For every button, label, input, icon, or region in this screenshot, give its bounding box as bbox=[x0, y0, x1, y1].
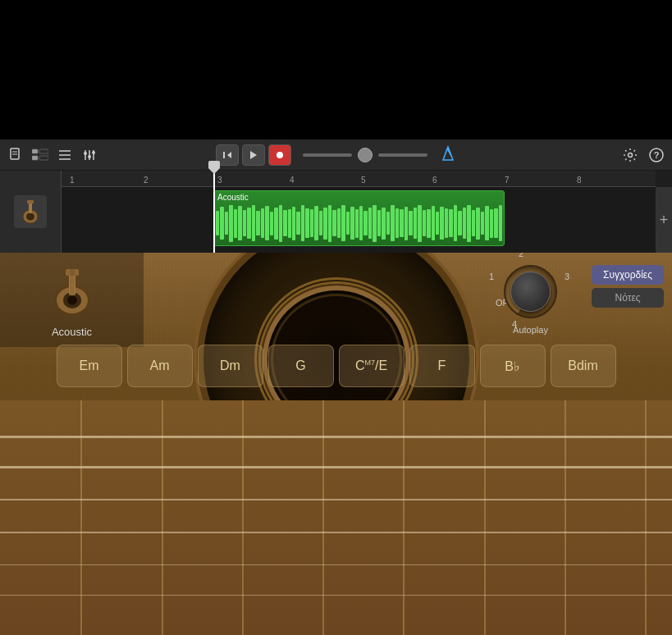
ruler-mark-3: 3 bbox=[217, 176, 222, 185]
output-slider[interactable] bbox=[378, 153, 427, 157]
autoplay-section: 2 3 4 1 OFF Autoplay bbox=[504, 265, 557, 335]
svg-point-32 bbox=[67, 296, 77, 305]
dial-label-2: 2 bbox=[519, 253, 523, 258]
dial-inner bbox=[510, 272, 551, 312]
chord-bdim-label: Bdim bbox=[568, 359, 597, 373]
chord-cm7e-label: CM7/E bbox=[355, 359, 387, 373]
svg-point-13 bbox=[88, 155, 91, 158]
mixer-icon[interactable] bbox=[80, 146, 98, 164]
chord-am-label: Am bbox=[150, 359, 170, 373]
svg-rect-29 bbox=[27, 200, 34, 203]
help-icon[interactable]: ? bbox=[647, 146, 665, 164]
playhead-top bbox=[208, 161, 220, 168]
record-button[interactable] bbox=[268, 144, 291, 166]
track-view-icon[interactable] bbox=[31, 146, 49, 164]
instrument-label: Acoustic bbox=[52, 326, 92, 338]
svg-marker-18 bbox=[250, 151, 257, 159]
chord-g[interactable]: G bbox=[268, 345, 334, 387]
toolbar-left bbox=[7, 146, 98, 164]
svg-point-23 bbox=[629, 153, 633, 157]
svg-rect-4 bbox=[39, 149, 48, 153]
new-file-icon[interactable] bbox=[7, 146, 25, 164]
autoplay-dial[interactable]: 2 3 4 1 OFF bbox=[504, 265, 557, 318]
waveform bbox=[216, 203, 502, 244]
ruler: 1 2 3 4 5 6 7 8 bbox=[62, 171, 656, 187]
ruler-mark-8: 8 bbox=[577, 176, 582, 185]
transport-controls bbox=[216, 144, 457, 166]
chords-row: Em Am Dm G CM7/E F B♭ Bdim bbox=[0, 345, 672, 387]
chord-bb[interactable]: B♭ bbox=[480, 345, 546, 387]
region-label: Acoustic bbox=[217, 193, 249, 202]
chord-bdim[interactable]: Bdim bbox=[551, 345, 616, 387]
ruler-mark-1: 1 bbox=[70, 176, 75, 185]
audio-region[interactable]: Acoustic bbox=[213, 190, 505, 246]
ruler-mark-6: 6 bbox=[432, 176, 437, 185]
metronome-icon[interactable] bbox=[439, 144, 457, 166]
string-5 bbox=[0, 564, 672, 565]
svg-rect-3 bbox=[32, 149, 38, 153]
string-6 bbox=[0, 595, 672, 596]
ruler-mark-7: 7 bbox=[505, 176, 510, 185]
playhead-marker bbox=[207, 161, 222, 174]
ruler-mark-4: 4 bbox=[290, 176, 295, 185]
top-black-area bbox=[0, 0, 672, 139]
svg-point-19 bbox=[277, 152, 283, 158]
string-4 bbox=[0, 532, 672, 533]
playhead bbox=[213, 171, 215, 253]
instrument-icon-large[interactable] bbox=[39, 262, 105, 319]
string-3 bbox=[0, 499, 672, 500]
master-volume-knob[interactable] bbox=[358, 148, 373, 162]
add-track-button[interactable]: + bbox=[656, 187, 672, 253]
svg-rect-6 bbox=[39, 156, 48, 160]
dial-label-1: 1 bbox=[489, 272, 494, 281]
chord-g-label: G bbox=[295, 359, 305, 373]
chord-f-label: F bbox=[438, 359, 446, 373]
ruler-mark-2: 2 bbox=[144, 176, 149, 185]
notes-mode-button[interactable]: Νότες bbox=[592, 288, 664, 308]
dial-label-4: 4 bbox=[512, 319, 517, 329]
track-instrument-icon bbox=[14, 195, 47, 228]
svg-rect-28 bbox=[29, 202, 32, 213]
ruler-mark-5: 5 bbox=[361, 176, 366, 185]
toolbar-right: ? bbox=[621, 146, 665, 164]
svg-marker-16 bbox=[227, 152, 231, 158]
timeline: 1 2 3 4 5 6 7 8 Acoustic bbox=[0, 171, 672, 253]
chord-cm7e[interactable]: CM7/E bbox=[339, 345, 405, 387]
chord-dm-label: Dm bbox=[220, 359, 240, 373]
chords-mode-button[interactable]: Συγχορδίες bbox=[592, 265, 664, 285]
strings-area bbox=[0, 400, 672, 635]
toolbar: ? bbox=[0, 139, 672, 171]
chord-bb-label: B♭ bbox=[505, 359, 520, 374]
track-content[interactable]: Acoustic bbox=[62, 187, 656, 253]
svg-rect-5 bbox=[32, 156, 38, 160]
chord-dm[interactable]: Dm bbox=[198, 345, 263, 387]
track-header bbox=[0, 171, 62, 253]
chord-am[interactable]: Am bbox=[127, 345, 193, 387]
volume-slider[interactable] bbox=[303, 153, 352, 157]
settings-icon[interactable] bbox=[621, 146, 639, 164]
svg-rect-17 bbox=[223, 152, 225, 158]
mode-buttons: Συγχορδίες Νότες bbox=[592, 265, 664, 308]
svg-point-15 bbox=[92, 151, 95, 154]
chord-f[interactable]: F bbox=[409, 345, 475, 387]
playhead-triangle bbox=[208, 168, 220, 174]
string-1 bbox=[0, 436, 672, 438]
instrument-panel: Acoustic bbox=[0, 253, 144, 347]
guitar-area: Acoustic 2 3 4 1 OFF Autoplay bbox=[0, 253, 672, 635]
chord-em[interactable]: Em bbox=[57, 345, 122, 387]
svg-point-27 bbox=[26, 213, 34, 221]
dial-label-3: 3 bbox=[565, 272, 569, 281]
chord-em-label: Em bbox=[80, 359, 99, 373]
play-button[interactable] bbox=[242, 144, 265, 166]
svg-text:?: ? bbox=[654, 150, 660, 160]
list-view-icon[interactable] bbox=[56, 146, 74, 164]
svg-point-22 bbox=[446, 148, 449, 150]
string-2 bbox=[0, 466, 672, 468]
svg-point-11 bbox=[84, 152, 87, 155]
